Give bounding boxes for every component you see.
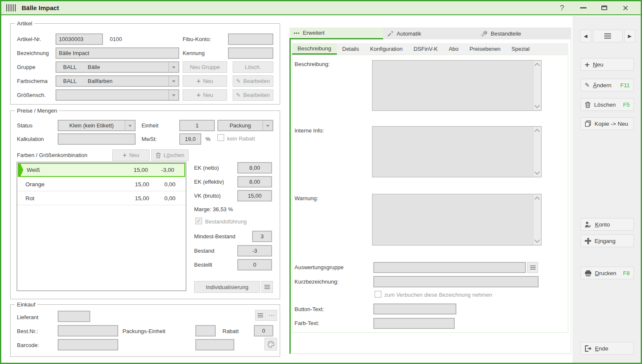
- farbschema-dropdown-button[interactable]: [168, 76, 178, 86]
- help-button[interactable]: ?: [557, 3, 567, 13]
- subtab-details[interactable]: Details: [337, 43, 365, 55]
- groessensch-neu-button[interactable]: + Neu: [183, 89, 227, 101]
- kopie-neu-button[interactable]: Kopie -> Neu: [581, 117, 634, 130]
- einheit-dropdown-button[interactable]: [262, 121, 272, 130]
- mwst-label: MwSt:: [142, 136, 157, 142]
- ende-button[interactable]: Ende: [581, 342, 634, 355]
- packungs-einheit-field[interactable]: [195, 325, 216, 336]
- scrollbar[interactable]: [533, 61, 541, 110]
- subtab-dsfinv-k[interactable]: DSFinV-K: [408, 43, 443, 55]
- ek-netto-field[interactable]: [237, 162, 272, 174]
- auswertungsgruppe-list-button[interactable]: [527, 262, 538, 273]
- rabatt-field[interactable]: [254, 325, 273, 336]
- farben-neu-button[interactable]: + Neu: [112, 149, 150, 161]
- chevron-down-icon: [172, 66, 175, 70]
- barcode-field[interactable]: [58, 339, 118, 350]
- minimize-button[interactable]: [578, 3, 588, 13]
- vk-brutto-field[interactable]: [237, 190, 272, 201]
- trash-icon: [585, 102, 591, 108]
- scroll-up-icon[interactable]: [534, 196, 540, 202]
- minimize-icon: [580, 7, 586, 8]
- loeschen-button[interactable]: Löschen F5: [581, 98, 634, 111]
- barcode-extra-field[interactable]: [195, 339, 234, 350]
- tab-automatik[interactable]: Automatik: [383, 28, 477, 39]
- groessensch-bearbeiten-button[interactable]: ✎ Bearbeiten: [233, 89, 273, 101]
- farben-row[interactable]: Weiß 15,00 -3,00: [18, 163, 185, 177]
- gruppe-code: BALL: [63, 64, 88, 70]
- scroll-up-icon[interactable]: [534, 63, 540, 68]
- hamburger-icon: [258, 315, 263, 316]
- scroll-down-icon[interactable]: [534, 103, 540, 108]
- prev-record-button[interactable]: ◀: [580, 30, 591, 42]
- verbuchen-checkbox[interactable]: [375, 291, 381, 298]
- fibu-konto-field[interactable]: [228, 33, 273, 45]
- chevron-down-icon: [266, 125, 270, 129]
- neu-button[interactable]: + Neu: [581, 58, 634, 71]
- ek-effektiv-field[interactable]: [237, 176, 272, 188]
- farb-text-field[interactable]: [373, 318, 455, 329]
- farbschema-bearbeiten-button[interactable]: ✎ Bearbeiten: [233, 75, 273, 87]
- loesch-gruppe-button[interactable]: Lösch.: [233, 61, 273, 73]
- close-button[interactable]: ×: [620, 3, 631, 13]
- einheit-menge-field[interactable]: [179, 120, 215, 131]
- aendern-button[interactable]: ✎ Ändern F11: [581, 79, 634, 91]
- scroll-up-icon[interactable]: [534, 129, 540, 134]
- beschreibung-textarea[interactable]: [372, 60, 542, 111]
- artikel-nr-field[interactable]: [56, 33, 103, 45]
- konto-button[interactable]: Konto: [581, 218, 634, 231]
- groessensch-dropdown-button[interactable]: [168, 90, 178, 100]
- status-dropdown-button[interactable]: [125, 121, 135, 130]
- bezeichnung-field[interactable]: [56, 47, 179, 59]
- farbschema-combo[interactable]: BALL Ballfarben: [56, 75, 179, 87]
- window-title: Bälle Impact: [22, 4, 59, 11]
- subtab-spezial[interactable]: Spezial: [506, 43, 535, 55]
- tab-erweitert[interactable]: ••• Erweitert: [289, 28, 383, 39]
- farben-loeschen-button[interactable]: Löschen: [151, 149, 189, 161]
- scrollbar[interactable]: [533, 127, 541, 176]
- subtab-beschreibung[interactable]: Beschreibung: [292, 43, 337, 55]
- farbschema-neu-button[interactable]: + Neu: [183, 75, 227, 87]
- warnung-textarea[interactable]: [372, 194, 542, 245]
- mwst-field[interactable]: [179, 133, 201, 145]
- lieferant-field[interactable]: [58, 311, 90, 322]
- button-text-field[interactable]: [373, 303, 456, 314]
- scroll-down-icon[interactable]: [534, 169, 540, 175]
- scrollbar[interactable]: [533, 195, 541, 245]
- farben-row[interactable]: Rot 15,00 0,00: [17, 191, 186, 205]
- farb-text-label: Farb-Text:: [295, 320, 320, 326]
- auswertungsgruppe-field[interactable]: [373, 262, 526, 273]
- kein-rabatt-checkbox[interactable]: [217, 134, 224, 141]
- drucken-button[interactable]: Drucken F8: [581, 267, 634, 279]
- scroll-down-icon[interactable]: [534, 237, 540, 243]
- eingang-button[interactable]: Eingang: [581, 234, 634, 247]
- best-nr-field[interactable]: [58, 325, 118, 336]
- groessensch-combo[interactable]: [56, 89, 179, 101]
- lieferant-more-button[interactable]: •••: [267, 310, 277, 321]
- gruppe-combo[interactable]: BALL Bälle: [56, 61, 179, 73]
- subtab-abo[interactable]: Abo: [443, 43, 464, 55]
- mindest-bestand-field[interactable]: [252, 231, 272, 242]
- kennung-field[interactable]: [228, 47, 273, 59]
- kurzbezeichnung-field[interactable]: [373, 276, 539, 287]
- maximize-button[interactable]: [599, 3, 609, 13]
- record-list-button[interactable]: [593, 30, 623, 42]
- lieferant-list-button[interactable]: [255, 310, 266, 321]
- kennung-label: Kennung: [183, 50, 205, 56]
- kalkulation-field[interactable]: [58, 133, 136, 145]
- farb-palette-button[interactable]: [264, 338, 277, 350]
- individualisierung-menu-button[interactable]: [261, 281, 273, 293]
- individualisierung-button[interactable]: Individualisierung: [194, 281, 260, 293]
- status-combo[interactable]: Klein (kein Etikett): [58, 120, 136, 131]
- interne-info-textarea[interactable]: [372, 126, 542, 177]
- einheit-combo[interactable]: Packung: [217, 120, 273, 131]
- neu-gruppe-button[interactable]: Neu Gruppe: [183, 61, 227, 73]
- bestellt-field[interactable]: [237, 259, 272, 270]
- farben-row[interactable]: Orange 15,00 0,00: [17, 177, 186, 191]
- subtab-preisebenen[interactable]: Preisebenen: [464, 43, 506, 55]
- next-record-button[interactable]: ▶: [624, 30, 635, 42]
- bestandsfuehrung-checkbox[interactable]: ✓: [195, 218, 202, 224]
- tab-bestandteile[interactable]: Bestandteile: [477, 28, 570, 39]
- gruppe-dropdown-button[interactable]: [168, 62, 178, 72]
- bestand-field[interactable]: [237, 245, 272, 256]
- subtab-konfiguration[interactable]: Konfiguration: [364, 43, 408, 55]
